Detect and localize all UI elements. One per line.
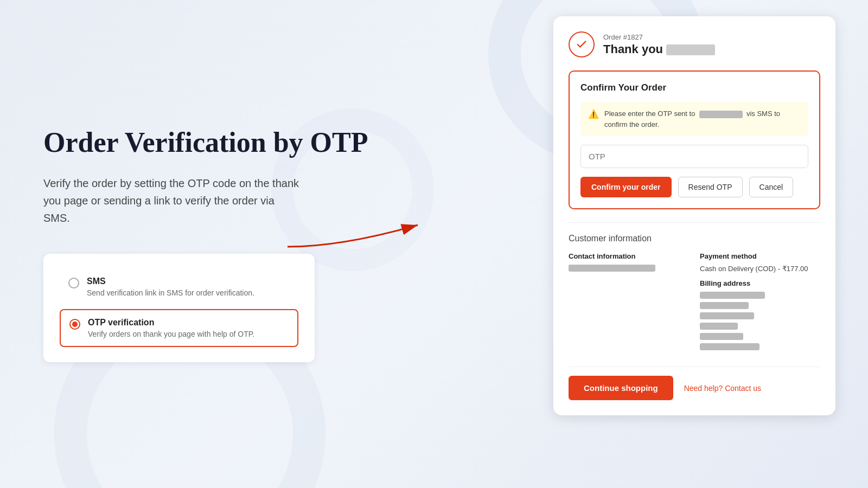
phone-number-blurred (699, 111, 743, 118)
customer-info-title: Customer information (569, 234, 820, 243)
sms-option-desc: Send verification link in SMS for order … (87, 288, 254, 297)
page-description: Verify the order by setting the OTP code… (43, 175, 304, 227)
billing-line-3 (700, 312, 754, 319)
resend-otp-button[interactable]: Resend OTP (678, 177, 743, 197)
otp-radio[interactable] (69, 319, 80, 330)
left-panel: Order Verification by OTP Verify the ord… (0, 0, 423, 488)
order-check-circle (569, 31, 595, 57)
contact-email-blurred (569, 265, 655, 272)
otp-option-title: OTP verification (88, 318, 254, 328)
confirm-box-title: Confirm Your Order (580, 82, 808, 93)
confirm-actions: Confirm your order Resend OTP Cancel (580, 177, 808, 197)
warning-icon: ⚠️ (588, 109, 599, 119)
sms-option-title: SMS (87, 277, 254, 286)
billing-address-label: Billing address (700, 279, 820, 287)
contact-info-col: Contact information (569, 252, 689, 354)
order-header-info: Order #1827 Thank you (603, 33, 715, 56)
billing-line-1 (700, 292, 765, 299)
payment-method-value: Cash on Delivery (COD) - ₹177.00 (700, 265, 820, 273)
sms-radio[interactable] (68, 278, 79, 288)
cancel-button[interactable]: Cancel (749, 177, 794, 197)
customer-name-blurred (666, 44, 715, 55)
billing-line-5 (700, 333, 743, 340)
need-help-link[interactable]: Need help? Contact us (684, 384, 761, 393)
alert-text-content: Please enter the OTP sent to vis SMS to … (604, 108, 801, 130)
otp-option-content: OTP verification Verify orders on thank … (88, 318, 254, 338)
order-number: Order #1827 (603, 33, 715, 41)
otp-option-desc: Verify orders on thank you page with hel… (88, 330, 254, 338)
right-footer: Continue shopping Need help? Contact us (569, 367, 820, 400)
sms-option-content: SMS Send verification link in SMS for or… (87, 277, 254, 297)
otp-option[interactable]: OTP verification Verify orders on thank … (60, 309, 298, 347)
otp-input[interactable] (580, 145, 808, 168)
contact-info-label: Contact information (569, 252, 689, 260)
payment-method-label: Payment method (700, 252, 820, 260)
customer-info-section: Customer information Contact information… (569, 222, 820, 354)
sms-option[interactable]: SMS Send verification link in SMS for or… (60, 269, 298, 305)
order-header: Order #1827 Thank you (569, 31, 820, 57)
confirm-order-button[interactable]: Confirm your order (580, 177, 672, 197)
payment-method-col: Payment method Cash on Delivery (COD) - … (700, 252, 820, 354)
options-card: SMS Send verification link in SMS for or… (43, 254, 315, 362)
billing-line-4 (700, 323, 738, 330)
confirm-order-box: Confirm Your Order ⚠️ Please enter the O… (569, 70, 820, 209)
right-panel: Order #1827 Thank you Confirm Your Order… (553, 16, 835, 415)
billing-section: Billing address (700, 279, 820, 350)
page-title: Order Verification by OTP (43, 126, 380, 159)
billing-line-6 (700, 343, 760, 350)
continue-shopping-button[interactable]: Continue shopping (569, 376, 673, 400)
thank-you-text: Thank you (603, 42, 715, 56)
billing-line-2 (700, 302, 749, 309)
customer-info-grid: Contact information Payment method Cash … (569, 252, 820, 354)
otp-alert-banner: ⚠️ Please enter the OTP sent to vis SMS … (580, 102, 808, 136)
